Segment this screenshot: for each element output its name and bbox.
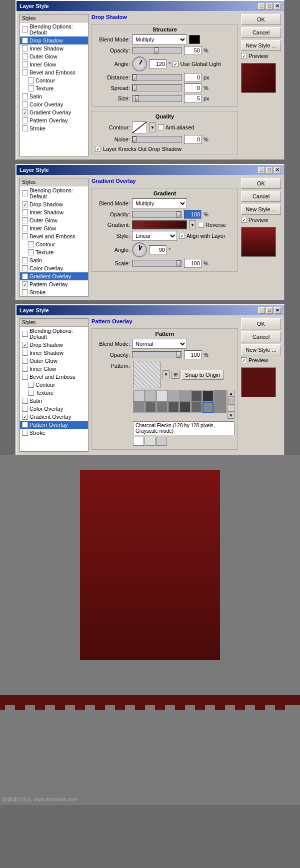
pattern-cell-3-1[interactable] bbox=[145, 390, 156, 401]
sidebar2-texture[interactable]: Texture bbox=[20, 248, 88, 256]
anti-aliased-checkbox-1[interactable] bbox=[158, 124, 164, 130]
checkbox-blending-1[interactable] bbox=[22, 26, 28, 32]
preview-checkbox-1[interactable] bbox=[241, 53, 247, 59]
sidebar-item-inner-shadow-1[interactable]: Inner Shadow bbox=[20, 44, 88, 52]
sidebar-item-inner-glow-1[interactable]: Inner Glow bbox=[20, 60, 88, 68]
style-select-2[interactable]: Linear Radial Angle Reflected Diamond bbox=[132, 231, 177, 241]
opacity-input-2[interactable] bbox=[184, 210, 202, 219]
checkbox3-gradient-overlay[interactable] bbox=[22, 414, 28, 420]
checkbox3-stroke[interactable] bbox=[22, 430, 28, 436]
angle-input-1[interactable] bbox=[149, 59, 166, 68]
checkbox3-satin[interactable] bbox=[22, 398, 28, 404]
opacity-slider-1[interactable] bbox=[132, 47, 182, 54]
reverse-checkbox-2[interactable] bbox=[198, 222, 204, 228]
pattern-cell-3-7[interactable] bbox=[134, 402, 144, 413]
sidebar3-pattern-overlay[interactable]: Pattern Overlay bbox=[20, 421, 88, 429]
scale-slider-2[interactable] bbox=[132, 260, 182, 267]
maximize-btn-3[interactable]: □ bbox=[266, 307, 273, 314]
angle-input-2[interactable] bbox=[149, 245, 166, 254]
shadow-color-swatch-1[interactable] bbox=[189, 35, 200, 44]
pattern-cell-3-6[interactable] bbox=[202, 390, 214, 401]
checkbox-contour-1[interactable] bbox=[28, 77, 34, 83]
sidebar2-bevel[interactable]: Bevel and Emboss bbox=[20, 232, 88, 240]
preview-checkbox-2[interactable] bbox=[241, 217, 247, 223]
spread-input-1[interactable] bbox=[184, 83, 202, 92]
sidebar2-contour[interactable]: Contour bbox=[20, 240, 88, 248]
checkbox2-inner-shadow[interactable] bbox=[22, 209, 28, 215]
size-slider-1[interactable] bbox=[132, 95, 182, 102]
sidebar2-pattern-overlay[interactable]: Pattern Overlay bbox=[20, 280, 88, 288]
preview-label-3[interactable]: Preview bbox=[241, 357, 281, 363]
sidebar3-stroke[interactable]: Stroke bbox=[20, 429, 88, 437]
checkbox3-inner-glow[interactable] bbox=[22, 366, 28, 372]
checkbox-outer-glow-1[interactable] bbox=[22, 53, 28, 59]
minimize-btn-3[interactable]: _ bbox=[258, 307, 265, 314]
checkbox2-inner-glow[interactable] bbox=[22, 225, 28, 231]
size-input-1[interactable] bbox=[184, 94, 202, 103]
sidebar3-drop-shadow[interactable]: Drop Shadow bbox=[20, 341, 88, 349]
new-pattern-btn-3[interactable]: ⊞ bbox=[172, 371, 180, 379]
reverse-label-2[interactable]: Reverse bbox=[198, 222, 226, 228]
sidebar2-inner-glow[interactable]: Inner Glow bbox=[20, 224, 88, 232]
pe-2[interactable] bbox=[144, 437, 156, 446]
checkbox-inner-shadow-1[interactable] bbox=[22, 45, 28, 51]
pattern-cell-3-8[interactable] bbox=[145, 402, 156, 413]
checkbox2-color-overlay[interactable] bbox=[22, 265, 28, 271]
minimize-btn-1[interactable]: _ bbox=[258, 3, 265, 9]
new-style-button-2[interactable]: New Style ... bbox=[241, 204, 281, 215]
checkbox3-color-overlay[interactable] bbox=[22, 406, 28, 412]
opacity-slider-2[interactable] bbox=[132, 211, 182, 218]
contour-preview-1[interactable] bbox=[132, 121, 147, 133]
cancel-button-3[interactable]: Cancel bbox=[241, 331, 281, 342]
checkbox2-gradient-overlay[interactable] bbox=[22, 273, 28, 279]
checkbox3-texture[interactable] bbox=[28, 390, 34, 396]
maximize-btn-2[interactable]: □ bbox=[266, 167, 273, 173]
pattern-cell-3-selected[interactable] bbox=[202, 402, 214, 413]
checkbox3-blending[interactable] bbox=[22, 331, 28, 337]
distance-input-1[interactable] bbox=[184, 73, 202, 82]
pattern-cell-3-5[interactable] bbox=[191, 390, 202, 401]
checkbox3-inner-shadow[interactable] bbox=[22, 350, 28, 356]
checkbox-drop-shadow-1[interactable] bbox=[22, 37, 28, 43]
checkbox3-drop-shadow[interactable] bbox=[22, 342, 28, 348]
sidebar-item-outer-glow-1[interactable]: Outer Glow bbox=[20, 52, 88, 60]
pattern-cell-3-12[interactable] bbox=[191, 402, 202, 413]
pattern-thumb-3[interactable] bbox=[133, 361, 160, 388]
sidebar-item-color-overlay-1[interactable]: Color Overlay bbox=[20, 100, 88, 108]
anti-aliased-label-1[interactable]: Anti-aliased bbox=[158, 124, 194, 130]
noise-input-1[interactable] bbox=[184, 135, 202, 144]
close-btn-1[interactable]: ✕ bbox=[274, 3, 281, 9]
blend-mode-select-2[interactable]: Multiply bbox=[132, 198, 187, 208]
pattern-dropdown-btn-3[interactable]: ▼ bbox=[162, 370, 170, 379]
sidebar-item-satin-1[interactable]: Satin bbox=[20, 92, 88, 100]
sidebar2-stroke[interactable]: Stroke bbox=[20, 288, 88, 296]
sidebar2-inner-shadow[interactable]: Inner Shadow bbox=[20, 208, 88, 216]
sidebar3-bevel[interactable]: Bevel and Emboss bbox=[20, 373, 88, 381]
sidebar3-texture[interactable]: Texture bbox=[20, 389, 88, 397]
checkbox-satin-1[interactable] bbox=[22, 93, 28, 99]
scroll-up-3[interactable]: ▲ bbox=[228, 390, 234, 397]
cancel-button-1[interactable]: Cancel bbox=[241, 27, 281, 38]
snap-origin-btn-3[interactable]: Snap to Origin bbox=[182, 370, 224, 380]
checkbox2-texture[interactable] bbox=[28, 249, 34, 255]
scroll-thumb-3[interactable] bbox=[228, 398, 234, 405]
checkbox2-drop-shadow[interactable] bbox=[22, 201, 28, 207]
checkbox2-pattern-overlay[interactable] bbox=[22, 281, 28, 287]
opacity-slider-3[interactable] bbox=[132, 351, 182, 358]
preview-label-2[interactable]: Preview bbox=[241, 217, 281, 223]
cancel-button-2[interactable]: Cancel bbox=[241, 191, 281, 202]
new-style-button-3[interactable]: New Style ... bbox=[241, 344, 281, 355]
checkbox-gradient-overlay-1[interactable] bbox=[22, 109, 28, 115]
scroll-down-3[interactable]: ▼ bbox=[228, 412, 234, 419]
sidebar-item-texture-1[interactable]: Texture bbox=[20, 84, 88, 92]
checkbox2-contour[interactable] bbox=[28, 241, 34, 247]
pattern-cell-3-11[interactable] bbox=[180, 402, 190, 413]
blend-mode-select-3[interactable]: Normal bbox=[132, 339, 187, 349]
checkbox2-bevel[interactable] bbox=[22, 233, 28, 239]
pattern-cell-3-10[interactable] bbox=[168, 402, 179, 413]
checkbox-color-overlay-1[interactable] bbox=[22, 101, 28, 107]
pattern-cell-3-9[interactable] bbox=[156, 402, 168, 413]
sidebar-item-gradient-overlay-1[interactable]: Gradient Overlay bbox=[20, 108, 88, 116]
checkbox3-outer-glow[interactable] bbox=[22, 358, 28, 364]
blend-mode-select-1[interactable]: Multiply bbox=[132, 34, 187, 44]
